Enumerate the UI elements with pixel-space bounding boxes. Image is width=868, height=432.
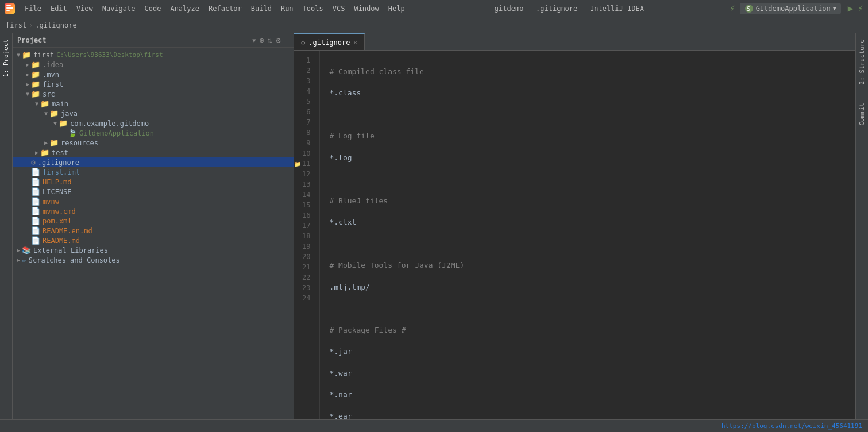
- tree-item-mvnwcmd[interactable]: 📄 mvnw.cmd: [13, 206, 294, 216]
- tree-label: .gitignore: [38, 159, 79, 167]
- tree-item-helpmd[interactable]: 📄 HELP.md: [13, 177, 294, 187]
- tree-item-main[interactable]: ▼ 📁 main: [13, 99, 294, 109]
- tree-item-iml[interactable]: 📄 first.iml: [13, 167, 294, 177]
- menu-edit[interactable]: Edit: [47, 3, 71, 14]
- code-line-12: [329, 303, 846, 314]
- md-icon: 📄: [31, 236, 40, 245]
- md-icon: 📄: [31, 226, 40, 235]
- line-num-2: 2: [294, 65, 315, 76]
- code-line-13: # Package Files #: [329, 325, 846, 335]
- line-num-22: 22: [294, 272, 315, 283]
- code-area[interactable]: # Compiled class file *.class # Log file…: [320, 51, 855, 419]
- code-line-15: *.war: [329, 368, 846, 379]
- tree-item-license[interactable]: 📄 LICENSE: [13, 187, 294, 196]
- add-icon[interactable]: ⊕: [259, 36, 264, 45]
- gutter-folder-icon: 📁: [294, 160, 301, 168]
- menu-refactor[interactable]: Refactor: [205, 3, 246, 14]
- status-link[interactable]: https://blog.csdn.net/weixin_45641191: [722, 422, 862, 430]
- tree-item-gitignore[interactable]: ⚙ .gitignore: [13, 157, 294, 167]
- tree-item-resources[interactable]: ▶ 📁 resources: [13, 138, 294, 148]
- spring-icon: S: [744, 4, 754, 13]
- run-button[interactable]: ▶: [848, 3, 854, 14]
- tree-arrow: ▶: [33, 149, 40, 156]
- dropdown-arrow-icon: ▼: [833, 5, 836, 11]
- tree-label: first.iml: [43, 168, 80, 176]
- tree-label: README.md: [43, 237, 80, 245]
- tab-close-button[interactable]: ✕: [353, 39, 357, 45]
- tree-label: mvnw.cmd: [43, 207, 76, 215]
- run-config-label: GItdemoApplication: [756, 5, 831, 13]
- tree-item-mvn[interactable]: ▶ 📁 .mvn: [13, 70, 294, 79]
- line-num-17: 17: [294, 221, 315, 231]
- tree-label: External Libraries: [33, 246, 108, 254]
- tree-label: com.example.gitdemo: [70, 119, 149, 128]
- line-num-8: 8: [294, 128, 315, 138]
- svg-rect-3: [6, 10, 10, 11]
- sidebar-item-structure[interactable]: 2: Structure: [857, 36, 867, 88]
- line-num-5: 5: [294, 97, 315, 107]
- code-line-6: [329, 174, 846, 184]
- minimize-icon[interactable]: —: [284, 36, 289, 45]
- tree-item-root[interactable]: ▼ 📁 first C:\Users\93633\Desktop\first: [13, 50, 294, 60]
- tab-gitignore[interactable]: ⚙ .gitignore ✕: [294, 33, 365, 50]
- tree-item-app-class[interactable]: 🍃 GitdemoApplication: [13, 128, 294, 138]
- tree-label-app: GitdemoApplication: [79, 129, 154, 137]
- sidebar-item-commit[interactable]: Commit: [857, 99, 867, 129]
- code-line-10: # Mobile Tools for Java (J2ME): [329, 260, 846, 271]
- breadcrumb-sep: ›: [29, 21, 33, 29]
- menu-window[interactable]: Window: [350, 3, 383, 14]
- code-line-16: *.nar: [329, 389, 846, 400]
- tree-arrow: ▼: [24, 91, 31, 97]
- menu-vcs[interactable]: VCS: [329, 3, 349, 14]
- tree-item-readme[interactable]: 📄 README.md: [13, 236, 294, 245]
- tree-item-idea[interactable]: ▶ 📁 .idea: [13, 60, 294, 70]
- line-num-9: 9: [294, 138, 315, 148]
- menu-navigate[interactable]: Navigate: [98, 3, 140, 14]
- tree-item-mvnw[interactable]: 📄 mvnw: [13, 196, 294, 206]
- code-line-4: # Log file: [329, 131, 846, 141]
- navbar: first › .gitignore: [0, 17, 868, 33]
- tree-item-java[interactable]: ▼ 📁 java: [13, 109, 294, 118]
- tree-item-readme-en[interactable]: 📄 README.en.md: [13, 226, 294, 236]
- tree-item-package[interactable]: ▼ 📁 com.example.gitdemo: [13, 118, 294, 128]
- spring-class-icon: 🍃: [68, 129, 77, 137]
- menu-tools[interactable]: Tools: [299, 3, 327, 14]
- navigate-icon[interactable]: ⚡: [730, 3, 735, 14]
- project-tree: ▼ 📁 first C:\Users\93633\Desktop\first ▶…: [13, 48, 294, 419]
- breadcrumb-gitignore[interactable]: .gitignore: [35, 21, 76, 29]
- menu-view[interactable]: View: [72, 3, 97, 14]
- sidebar-item-project[interactable]: 1: Project: [1, 36, 11, 80]
- tree-item-external-libs[interactable]: ▶ 📚 External Libraries: [13, 245, 294, 255]
- more-actions-icon[interactable]: ⚡: [858, 3, 863, 14]
- xml-icon: 📄: [31, 217, 40, 225]
- main-layout: 1: Project Project ▼ ⊕ ⇅ ⚙ — ▼ 📁 first C…: [0, 33, 868, 419]
- menu-file[interactable]: File: [21, 3, 45, 14]
- line-num-19: 19: [294, 241, 315, 252]
- tree-arrow: ▶: [24, 61, 31, 68]
- menu-analyze[interactable]: Analyze: [166, 3, 203, 14]
- menu-build[interactable]: Build: [247, 3, 276, 14]
- tree-label: pom.xml: [43, 217, 72, 225]
- tree-item-first-folder[interactable]: ▶ 📁 first: [13, 79, 294, 89]
- tree-label: README.en.md: [43, 227, 92, 235]
- run-config-dropdown[interactable]: S GItdemoApplication ▼: [740, 3, 841, 14]
- sort-icon[interactable]: ⇅: [268, 36, 272, 45]
- folder-open-icon: 📁: [40, 99, 49, 108]
- settings-icon[interactable]: ⚙: [276, 36, 280, 45]
- tree-item-scratches[interactable]: ▶ ✏ Scratches and Consoles: [13, 255, 294, 265]
- tree-item-pomxml[interactable]: 📄 pom.xml: [13, 216, 294, 226]
- tree-item-test[interactable]: ▶ 📁 test: [13, 148, 294, 157]
- folder-open-icon: 📁: [31, 90, 40, 98]
- menu-run[interactable]: Run: [277, 3, 298, 14]
- breadcrumb-first[interactable]: first: [6, 21, 26, 29]
- code-line-5: *.log: [329, 153, 846, 163]
- tree-label: main: [52, 100, 68, 108]
- tree-label: first: [43, 80, 63, 88]
- license-icon: 📄: [31, 187, 40, 196]
- tree-label: src: [43, 90, 55, 98]
- menu-help[interactable]: Help: [384, 3, 409, 14]
- line-num-10: 10: [294, 148, 315, 159]
- tree-item-src[interactable]: ▼ 📁 src: [13, 89, 294, 99]
- code-line-3: [329, 110, 846, 120]
- menu-code[interactable]: Code: [141, 3, 165, 14]
